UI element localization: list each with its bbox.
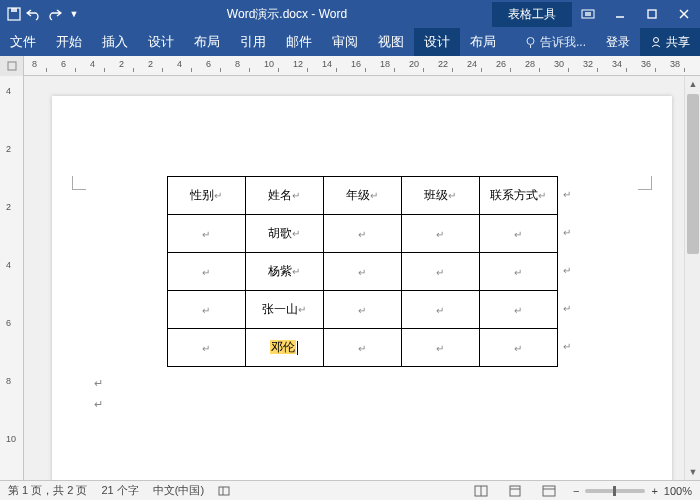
tab-view[interactable]: 视图: [368, 28, 414, 56]
zoom-out-button[interactable]: −: [573, 485, 579, 497]
status-bar: 第 1 页，共 2 页 21 个字 中文(中国) − + 100%: [0, 480, 700, 500]
minimize-icon[interactable]: [604, 0, 636, 28]
table-cell[interactable]: ↵: [323, 215, 401, 253]
tab-layout[interactable]: 布局: [184, 28, 230, 56]
tab-table-layout[interactable]: 布局: [460, 28, 506, 56]
undo-icon[interactable]: [26, 6, 42, 22]
table-cell[interactable]: ↵: [401, 215, 479, 253]
table-cell[interactable]: ↵: [167, 253, 245, 291]
table-header-text: 联系方式: [490, 188, 538, 202]
paragraph-mark: ↵: [292, 266, 300, 277]
paragraph-mark: ↵: [436, 343, 444, 354]
table-header-text: 姓名: [268, 188, 292, 202]
print-layout-icon[interactable]: [505, 483, 525, 499]
ruler-number: 28: [525, 59, 535, 69]
paragraph-mark: ↵: [358, 267, 366, 278]
row-end-mark: ↵: [563, 341, 571, 352]
tab-home[interactable]: 开始: [46, 28, 92, 56]
ruler-number: 4: [6, 260, 11, 270]
scroll-thumb[interactable]: [687, 94, 699, 254]
svg-rect-3: [585, 12, 591, 16]
table-cell[interactable]: ↵: [323, 291, 401, 329]
login-button[interactable]: 登录: [596, 28, 640, 56]
table-cell[interactable]: ↵↵: [479, 329, 557, 367]
tab-mailings[interactable]: 邮件: [276, 28, 322, 56]
tab-file[interactable]: 文件: [0, 28, 46, 56]
read-mode-icon[interactable]: [471, 483, 491, 499]
language-indicator[interactable]: 中文(中国): [153, 483, 204, 498]
close-icon[interactable]: [668, 0, 700, 28]
table-header-cell[interactable]: 联系方式↵↵: [479, 177, 557, 215]
tab-design[interactable]: 设计: [138, 28, 184, 56]
ruler-number: 10: [264, 59, 274, 69]
ruler-number: 34: [612, 59, 622, 69]
page[interactable]: 性别↵姓名↵年级↵班级↵联系方式↵↵↵胡歌↵↵↵↵↵↵杨紫↵↵↵↵↵↵张一山↵↵…: [52, 96, 672, 480]
paragraph-mark: ↵: [358, 305, 366, 316]
tab-insert[interactable]: 插入: [92, 28, 138, 56]
table-cell[interactable]: ↵: [167, 215, 245, 253]
paragraph-mark: ↵: [358, 343, 366, 354]
qat-dropdown-icon[interactable]: ▼: [66, 6, 82, 22]
document-area[interactable]: 性别↵姓名↵年级↵班级↵联系方式↵↵↵胡歌↵↵↵↵↵↵杨紫↵↵↵↵↵↵张一山↵↵…: [24, 76, 700, 480]
row-end-mark: ↵: [563, 303, 571, 314]
paragraph-mark: ↵: [202, 343, 210, 354]
table-cell[interactable]: ↵: [167, 291, 245, 329]
paragraph-mark: ↵: [292, 228, 300, 239]
zoom-level[interactable]: 100%: [664, 485, 692, 497]
ruler-number: 24: [467, 59, 477, 69]
margin-corner-tr: [638, 176, 652, 190]
ruler-number: 2: [6, 144, 11, 154]
table-header-cell[interactable]: 班级↵: [401, 177, 479, 215]
table-cell[interactable]: ↵: [323, 329, 401, 367]
table-cell[interactable]: 杨紫↵: [245, 253, 323, 291]
tab-table-design[interactable]: 设计: [414, 28, 460, 56]
save-icon[interactable]: [6, 6, 22, 22]
table-cell[interactable]: ↵: [401, 291, 479, 329]
share-button[interactable]: 共享: [640, 28, 700, 56]
horizontal-ruler[interactable]: 86422468101214161820222426283032343638: [0, 56, 700, 76]
track-changes-icon[interactable]: [218, 485, 232, 497]
table-cell[interactable]: ↵↵: [479, 253, 557, 291]
scroll-up-icon[interactable]: ▲: [685, 76, 700, 92]
vertical-ruler[interactable]: 42246810: [0, 76, 24, 480]
zoom-in-button[interactable]: +: [651, 485, 657, 497]
paragraph-mark: ↵: [358, 229, 366, 240]
table-header-text: 班级: [424, 188, 448, 202]
table-cell[interactable]: 邓伦: [245, 329, 323, 367]
ruler-number: 4: [6, 86, 11, 96]
table-cell[interactable]: ↵↵: [479, 291, 557, 329]
table-cell[interactable]: ↵↵: [479, 215, 557, 253]
ruler-number: 32: [583, 59, 593, 69]
table-cell[interactable]: 胡歌↵: [245, 215, 323, 253]
table-header-cell[interactable]: 年级↵: [323, 177, 401, 215]
ruler-number: 8: [32, 59, 37, 69]
table-cell[interactable]: ↵: [167, 329, 245, 367]
ruler-number: 10: [6, 434, 16, 444]
table-header-cell[interactable]: 姓名↵: [245, 177, 323, 215]
paragraph-mark: ↵: [94, 398, 630, 411]
word-table[interactable]: 性别↵姓名↵年级↵班级↵联系方式↵↵↵胡歌↵↵↵↵↵↵杨紫↵↵↵↵↵↵张一山↵↵…: [167, 176, 558, 367]
lightbulb-icon: [525, 36, 536, 49]
word-count[interactable]: 21 个字: [101, 483, 138, 498]
maximize-icon[interactable]: [636, 0, 668, 28]
title-bar: ▼ Word演示.docx - Word 表格工具: [0, 0, 700, 28]
table-cell[interactable]: ↵: [401, 329, 479, 367]
zoom-slider[interactable]: [585, 489, 645, 493]
paragraph-mark: ↵: [436, 305, 444, 316]
table-cell-text: 邓伦: [270, 340, 296, 354]
page-indicator[interactable]: 第 1 页，共 2 页: [8, 483, 87, 498]
table-cell[interactable]: ↵: [323, 253, 401, 291]
table-cell[interactable]: ↵: [401, 253, 479, 291]
tab-review[interactable]: 审阅: [322, 28, 368, 56]
scroll-down-icon[interactable]: ▼: [685, 464, 700, 480]
redo-icon[interactable]: [46, 6, 62, 22]
vertical-scrollbar[interactable]: ▲ ▼: [684, 76, 700, 480]
table-header-cell[interactable]: 性别↵: [167, 177, 245, 215]
table-cell[interactable]: 张一山↵: [245, 291, 323, 329]
tell-me-search[interactable]: 告诉我...: [515, 28, 596, 56]
paragraph-mark: ↵: [514, 305, 522, 316]
ribbon-options-icon[interactable]: [572, 0, 604, 28]
web-layout-icon[interactable]: [539, 483, 559, 499]
svg-rect-1: [11, 8, 17, 12]
tab-references[interactable]: 引用: [230, 28, 276, 56]
